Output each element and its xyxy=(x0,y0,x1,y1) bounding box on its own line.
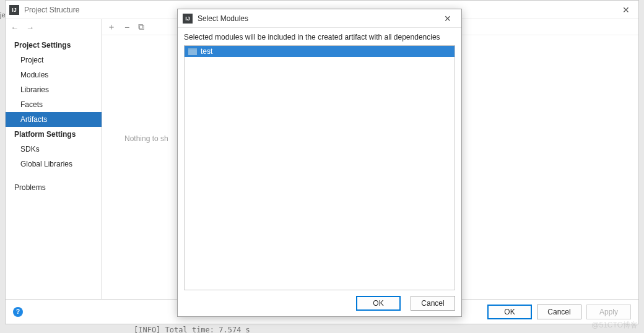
sidebar-nav-tools: ← → xyxy=(6,19,102,35)
sidebar-item-artifacts[interactable]: Artifacts xyxy=(6,112,102,127)
modal-close-icon[interactable]: ✕ xyxy=(439,14,456,24)
status-bar-text: [INFO] Total time: 7.574 s xyxy=(134,326,250,333)
close-icon[interactable]: ✕ xyxy=(617,5,635,15)
sidebar-tree: Project Settings Project Modules Librari… xyxy=(6,35,102,299)
modal-cancel-button[interactable]: Cancel xyxy=(411,296,455,311)
module-icon xyxy=(188,48,197,55)
modal-title: Select Modules xyxy=(198,14,439,23)
apply-button: Apply xyxy=(586,305,631,319)
background-fragment: je xyxy=(0,11,5,19)
modal-footer: OK Cancel xyxy=(178,290,461,316)
section-platform-settings: Platform Settings xyxy=(6,127,102,142)
select-modules-dialog: IJ Select Modules ✕ Selected modules wil… xyxy=(177,9,462,317)
modal-titlebar: IJ Select Modules ✕ xyxy=(178,9,461,28)
add-icon[interactable]: ＋ xyxy=(107,22,116,33)
sidebar-item-sdks[interactable]: SDKs xyxy=(6,142,102,157)
ok-button[interactable]: OK xyxy=(487,305,532,319)
sidebar-item-libraries[interactable]: Libraries xyxy=(6,82,102,97)
modal-description: Selected modules will be included in the… xyxy=(178,28,461,45)
section-project-settings: Project Settings xyxy=(6,38,102,53)
remove-icon[interactable]: − xyxy=(124,22,129,32)
module-name: test xyxy=(201,47,212,56)
sidebar-item-facets[interactable]: Facets xyxy=(6,97,102,112)
app-icon: IJ xyxy=(9,5,19,15)
modal-ok-button[interactable]: OK xyxy=(356,296,401,311)
sidebar-item-modules[interactable]: Modules xyxy=(6,67,102,82)
cancel-button[interactable]: Cancel xyxy=(537,305,581,319)
module-row-test[interactable]: test xyxy=(185,46,455,57)
watermark: @51CTO博客 xyxy=(591,320,638,331)
modal-app-icon: IJ xyxy=(183,14,193,24)
help-icon[interactable]: ? xyxy=(13,307,23,317)
sidebar: ← → Project Settings Project Modules Lib… xyxy=(6,19,102,299)
back-icon[interactable]: ← xyxy=(11,23,19,32)
module-list[interactable]: test xyxy=(184,45,455,290)
sidebar-item-problems[interactable]: Problems xyxy=(6,180,102,195)
copy-icon[interactable]: ⧉ xyxy=(138,22,144,32)
forward-icon[interactable]: → xyxy=(26,23,34,32)
sidebar-item-global-libraries[interactable]: Global Libraries xyxy=(6,157,102,171)
sidebar-item-project[interactable]: Project xyxy=(6,53,102,67)
